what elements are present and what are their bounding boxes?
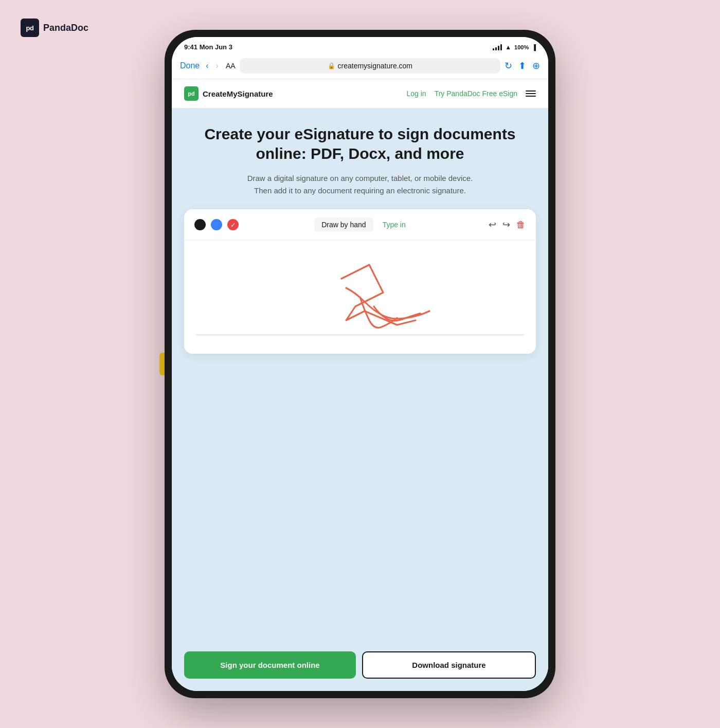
hamburger-menu-button[interactable] <box>526 90 536 97</box>
redo-button[interactable]: ↪ <box>502 219 510 230</box>
sign-document-button[interactable]: Sign your document online <box>184 651 356 679</box>
status-icons: ▲ 100% ▐ <box>493 44 536 51</box>
signature-baseline <box>196 335 524 335</box>
color-selector: ✓ <box>194 219 239 230</box>
hamburger-line-2 <box>526 93 536 94</box>
signature-tool-section: ✓ Draw by hand Type in ↩ ↪ 🗑 <box>172 209 548 643</box>
bottom-action-buttons: Sign your document online Download signa… <box>172 643 548 691</box>
browser-url-bar[interactable]: 🔒 createmysignature.com <box>240 58 500 74</box>
color-black-option[interactable] <box>194 219 206 230</box>
phone-screen: 9:41 Mon Jun 3 ▲ 100% ▐ Done <box>172 37 548 691</box>
try-pandadoc-link[interactable]: Try PandaDoc Free eSign <box>435 89 517 98</box>
login-link[interactable]: Log in <box>407 89 426 98</box>
site-logo-icon: pd <box>184 86 199 101</box>
hero-title: Create your eSignature to sign documents… <box>188 124 532 163</box>
pandadoc-logo-icon: pd <box>21 19 39 37</box>
status-time: 9:41 Mon Jun 3 <box>184 43 232 51</box>
wifi-icon: ▲ <box>505 44 511 51</box>
draw-mode-tabs: Draw by hand Type in <box>314 217 413 232</box>
browser-bar: Done ‹ › AA 🔒 createmysignature.com ↻ ⬆ … <box>172 55 548 79</box>
browser-refresh-button[interactable]: ↻ <box>505 60 512 71</box>
site-logo-text: CreateMySignature <box>203 89 273 98</box>
browser-url-text: createmysignature.com <box>338 62 413 70</box>
browser-aa-button[interactable]: AA <box>226 62 236 70</box>
signal-icon <box>493 44 502 50</box>
site-logo: pd CreateMySignature <box>184 86 273 101</box>
hero-section: Create your eSignature to sign documents… <box>172 108 548 209</box>
color-red-option[interactable]: ✓ <box>227 219 239 230</box>
lock-icon: 🔒 <box>328 62 335 69</box>
pandadoc-branding: pd PandaDoc <box>21 19 88 37</box>
browser-forward-button[interactable]: › <box>214 60 221 71</box>
phone-mockup: Draw here 9:41 Mon Jun 3 ▲ 100% ▐ <box>165 30 555 698</box>
hero-subtitle: Draw a digital signature on any computer… <box>242 172 478 197</box>
browser-done-button[interactable]: Done <box>180 61 200 70</box>
site-navigation: Log in Try PandaDoc Free eSign <box>407 89 536 98</box>
signature-card: ✓ Draw by hand Type in ↩ ↪ 🗑 <box>184 209 536 354</box>
hamburger-line-3 <box>526 96 536 97</box>
hamburger-line-1 <box>526 90 536 92</box>
color-blue-option[interactable] <box>211 219 222 230</box>
delete-button[interactable]: 🗑 <box>516 220 526 230</box>
site-header: pd CreateMySignature Log in Try PandaDoc… <box>172 79 548 108</box>
page-content: pd CreateMySignature Log in Try PandaDoc… <box>172 79 548 691</box>
signature-canvas[interactable] <box>184 241 536 354</box>
download-signature-button[interactable]: Download signature <box>362 651 536 679</box>
battery-icon: 100% <box>514 44 529 50</box>
undo-button[interactable]: ↩ <box>489 219 496 230</box>
signature-drawing <box>194 251 526 343</box>
signature-toolbar: ✓ Draw by hand Type in ↩ ↪ 🗑 <box>184 209 536 241</box>
browser-action-buttons: ↻ ⬆ ⊕ <box>505 60 540 71</box>
toolbar-actions: ↩ ↪ 🗑 <box>489 219 526 230</box>
phone-frame: 9:41 Mon Jun 3 ▲ 100% ▐ Done <box>165 30 555 698</box>
status-bar: 9:41 Mon Jun 3 ▲ 100% ▐ <box>172 37 548 55</box>
tab-draw-by-hand[interactable]: Draw by hand <box>314 217 373 232</box>
browser-bookmarks-button[interactable]: ⊕ <box>532 60 540 71</box>
browser-navigation: ‹ › <box>204 60 221 71</box>
pandadoc-logo-text: PandaDoc <box>43 23 88 33</box>
tab-type-in[interactable]: Type in <box>375 217 413 232</box>
browser-back-button[interactable]: ‹ <box>204 60 210 71</box>
browser-share-button[interactable]: ⬆ <box>518 60 526 71</box>
